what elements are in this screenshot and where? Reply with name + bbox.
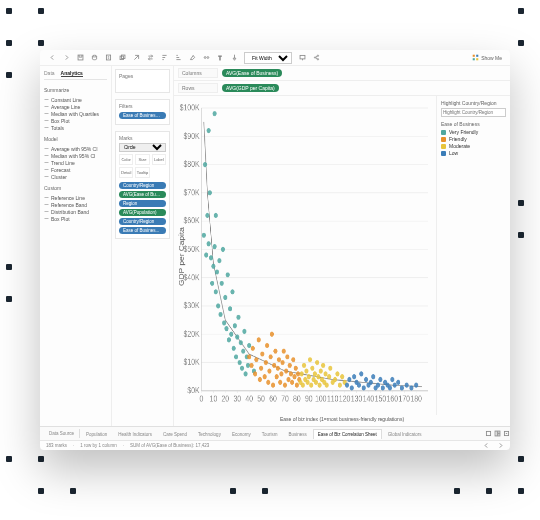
analytics-item[interactable]: Trend Line <box>44 159 107 166</box>
tab-analytics[interactable]: Analytics <box>61 70 83 77</box>
svg-point-5 <box>204 57 206 59</box>
viz-area: Columns AVG(Ease of Business) Rows AVG(G… <box>174 66 510 426</box>
presentation-icon[interactable] <box>298 54 306 62</box>
legend-panel: Highlight Country/Region Ease of Busines… <box>436 96 510 415</box>
pages-title: Pages <box>119 73 166 79</box>
sheet-tab[interactable]: Global Indicators <box>383 429 427 439</box>
status-next-icon[interactable] <box>496 442 504 450</box>
clear-icon[interactable] <box>132 54 140 62</box>
svg-rect-16 <box>486 431 490 435</box>
marks-title: Marks <box>119 135 166 141</box>
new-story-icon[interactable] <box>502 430 510 438</box>
back-icon[interactable] <box>48 54 56 62</box>
toolbar: T Fit Width Show Me <box>40 50 510 66</box>
share-icon[interactable] <box>312 54 320 62</box>
analytics-item[interactable]: Cluster <box>44 173 107 180</box>
data-source-tab[interactable]: Data Source <box>44 429 80 438</box>
svg-rect-17 <box>495 431 497 436</box>
marks-pill[interactable]: AVG(Population) <box>119 209 166 216</box>
marks-card: Marks Circle ColorSizeLabelDetailTooltip… <box>115 131 170 239</box>
columns-shelf[interactable]: Columns AVG(Ease of Business) <box>174 66 510 81</box>
new-worksheet-icon[interactable] <box>484 430 492 438</box>
new-dashboard-icon[interactable] <box>493 430 501 438</box>
duplicate-icon[interactable] <box>118 54 126 62</box>
marks-detail[interactable]: Detail <box>119 167 133 178</box>
sort-desc-icon[interactable] <box>174 54 182 62</box>
tableau-window: T Fit Width Show Me Data Analytics Summa… <box>40 50 510 450</box>
analytics-item[interactable]: Average with 95% CI <box>44 145 107 152</box>
x-axis-label: Ease of biz index (1=most business-frien… <box>174 415 510 426</box>
svg-text:T: T <box>218 56 221 61</box>
svg-rect-14 <box>473 58 475 60</box>
sort-asc-icon[interactable] <box>160 54 168 62</box>
sheet-tab[interactable]: Tourism <box>257 429 283 439</box>
marks-pill[interactable]: AVG(Ease of Busi... <box>119 191 166 198</box>
svg-rect-15 <box>476 58 478 60</box>
marks-type-select[interactable]: Circle <box>119 143 166 152</box>
label-icon[interactable]: T <box>216 54 224 62</box>
svg-point-1 <box>92 55 96 57</box>
swap-icon[interactable] <box>146 54 154 62</box>
rows-shelf[interactable]: Rows AVG(GDP per Capita) <box>174 81 510 96</box>
new-sheet-icon[interactable] <box>104 54 112 62</box>
rows-pill[interactable]: AVG(GDP per Capita) <box>222 84 279 92</box>
rows-label: Rows <box>178 83 218 93</box>
filters-title: Filters <box>119 103 166 109</box>
marks-pill[interactable]: Region <box>119 200 166 207</box>
legend-item[interactable]: Low <box>441 150 506 156</box>
sheet-tab[interactable]: Population <box>81 429 112 439</box>
columns-label: Columns <box>178 68 218 78</box>
sheet-tab[interactable]: Economy <box>227 429 256 439</box>
highlight-title: Highlight Country/Region <box>441 100 506 106</box>
svg-rect-8 <box>300 55 305 59</box>
show-me-button[interactable]: Show Me <box>472 54 502 61</box>
columns-pill[interactable]: AVG(Ease of Business) <box>222 69 282 77</box>
sheet-tab[interactable]: Health Indicators <box>113 429 157 439</box>
fit-select[interactable]: Fit Width <box>244 52 292 64</box>
section-custom: Custom <box>44 185 107 191</box>
group-icon[interactable] <box>202 54 210 62</box>
filter-pill[interactable]: Ease of Business (g... <box>119 112 166 119</box>
analytics-item[interactable]: Forecast <box>44 166 107 173</box>
analytics-item[interactable]: Box Plot <box>44 215 107 222</box>
status-bar: 183 marks · 1 row by 1 column · SUM of A… <box>40 440 510 450</box>
marks-tooltip[interactable]: Tooltip <box>135 167 149 178</box>
sheet-tab[interactable]: Ease of Biz Correlation Sheet <box>313 429 382 439</box>
legend-item[interactable]: Very Friendly <box>441 129 506 135</box>
sheet-tab[interactable]: Business <box>283 429 311 439</box>
pin-icon[interactable] <box>230 54 238 62</box>
marks-size[interactable]: Size <box>135 154 149 165</box>
status-prev-icon[interactable] <box>482 442 490 450</box>
analytics-item[interactable]: Constant Line <box>44 96 107 103</box>
tab-data[interactable]: Data <box>44 70 55 77</box>
section-model: Model <box>44 136 107 142</box>
forward-icon[interactable] <box>62 54 70 62</box>
color-legend-title: Ease of Business <box>441 121 506 127</box>
sheet-tab[interactable]: Care Spend <box>158 429 192 439</box>
sheet-tab[interactable]: Technology <box>193 429 226 439</box>
marks-label[interactable]: Label <box>152 154 166 165</box>
cards-column: Pages Filters Ease of Business (g... Mar… <box>112 66 174 426</box>
analytics-item[interactable]: Distribution Band <box>44 208 107 215</box>
svg-rect-18 <box>497 431 499 433</box>
new-data-icon[interactable] <box>90 54 98 62</box>
legend-item[interactable]: Moderate <box>441 143 506 149</box>
save-icon[interactable] <box>76 54 84 62</box>
svg-point-10 <box>317 55 318 56</box>
marks-color[interactable]: Color <box>119 154 133 165</box>
marks-pill[interactable]: Country/Region <box>119 218 166 225</box>
analytics-item[interactable]: Reference Line <box>44 194 107 201</box>
marks-pill[interactable]: Ease of Busines... <box>119 227 166 234</box>
scatter-chart[interactable] <box>174 96 436 415</box>
legend-item[interactable]: Friendly <box>441 136 506 142</box>
analytics-item[interactable]: Reference Band <box>44 201 107 208</box>
svg-rect-13 <box>476 55 478 57</box>
analytics-item[interactable]: Totals <box>44 124 107 131</box>
highlight-input[interactable] <box>441 108 506 117</box>
highlight-icon[interactable] <box>188 54 196 62</box>
marks-pill[interactable]: Country/Region <box>119 182 166 189</box>
analytics-item[interactable]: Median with 95% CI <box>44 152 107 159</box>
analytics-item[interactable]: Box Plot <box>44 117 107 124</box>
analytics-item[interactable]: Median with Quartiles <box>44 110 107 117</box>
analytics-item[interactable]: Average Line <box>44 103 107 110</box>
